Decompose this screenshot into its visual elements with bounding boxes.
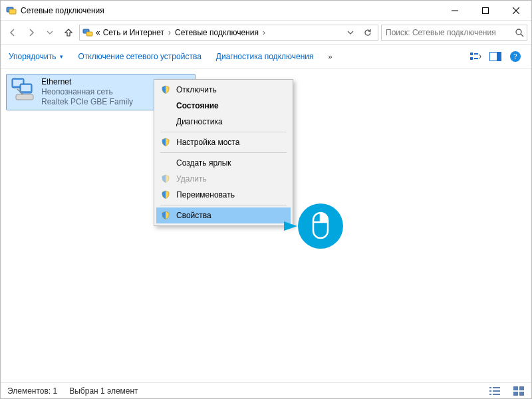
svg-rect-12 xyxy=(474,53,478,55)
svg-rect-7 xyxy=(86,32,92,36)
overflow-button[interactable]: » xyxy=(329,53,332,61)
separator xyxy=(160,205,287,205)
svg-rect-33 xyxy=(493,394,500,395)
preview-pane-button[interactable] xyxy=(487,49,503,65)
ctx-bridge[interactable]: Настройка моста xyxy=(156,134,291,150)
titlebar: Сетевые подключения xyxy=(1,1,531,21)
svg-rect-10 xyxy=(470,53,473,55)
navbar: « Сеть и Интернет › Сетевые подключения … xyxy=(1,21,531,45)
view-options-button[interactable] xyxy=(467,49,483,65)
location-icon xyxy=(82,27,93,38)
svg-rect-11 xyxy=(470,57,473,60)
address-dropdown[interactable] xyxy=(343,25,358,40)
command-bar: Упорядочить Отключение сетевого устройст… xyxy=(1,45,531,68)
svg-text:?: ? xyxy=(513,52,517,61)
svg-rect-35 xyxy=(519,386,524,390)
shield-icon xyxy=(160,174,171,184)
network-adapter-icon xyxy=(11,77,37,101)
adapter-name: Ethernet xyxy=(41,77,133,87)
svg-rect-36 xyxy=(513,392,518,396)
svg-rect-37 xyxy=(519,392,524,396)
status-count: Элементов: 1 xyxy=(7,386,57,396)
status-selection: Выбран 1 элемент xyxy=(69,386,138,396)
chevron-right-icon: › xyxy=(167,28,172,37)
forward-button[interactable] xyxy=(23,25,39,41)
ctx-diagnostics[interactable]: Диагностика xyxy=(156,114,291,130)
app-icon xyxy=(6,5,17,16)
ctx-delete-label: Удалить xyxy=(176,174,207,184)
context-menu: Отключить Состояние Диагностика Настройк… xyxy=(154,79,293,226)
svg-rect-30 xyxy=(489,390,491,392)
close-button[interactable] xyxy=(501,1,531,20)
svg-rect-31 xyxy=(493,390,500,392)
search-box[interactable] xyxy=(381,25,527,41)
separator xyxy=(160,132,287,132)
svg-rect-34 xyxy=(513,386,518,390)
ctx-status[interactable]: Состояние xyxy=(156,98,291,114)
ctx-disable-label: Отключить xyxy=(176,85,217,94)
refresh-button[interactable] xyxy=(360,25,375,40)
svg-rect-22 xyxy=(16,94,33,100)
window-buttons xyxy=(440,1,531,20)
svg-rect-3 xyxy=(483,7,489,13)
adapter-status: Неопознанная сеть xyxy=(41,87,133,97)
minimize-button[interactable] xyxy=(440,1,470,20)
svg-rect-32 xyxy=(489,394,491,395)
ctx-properties[interactable]: Свойства xyxy=(156,207,291,223)
ctx-bridge-label: Настройка моста xyxy=(176,138,239,147)
help-button[interactable]: ? xyxy=(507,49,523,65)
shield-icon xyxy=(160,85,171,94)
recent-dropdown[interactable] xyxy=(42,25,58,41)
svg-line-9 xyxy=(521,34,523,37)
search-input[interactable] xyxy=(384,27,515,38)
ctx-shortcut-label: Создать ярлык xyxy=(176,158,231,168)
ctx-disable[interactable]: Отключить xyxy=(156,82,291,98)
separator xyxy=(160,152,287,153)
svg-rect-13 xyxy=(474,58,478,59)
shield-icon xyxy=(160,138,171,147)
ctx-shortcut[interactable]: Создать ярлык xyxy=(156,155,291,171)
address-bar[interactable]: « Сеть и Интернет › Сетевые подключения … xyxy=(79,25,378,41)
details-view-button[interactable] xyxy=(489,385,501,397)
ctx-diagnostics-label: Диагностика xyxy=(176,117,223,126)
ctx-rename[interactable]: Переименовать xyxy=(156,187,291,203)
adapter-text: Ethernet Неопознанная сеть Realtek PCIe … xyxy=(41,77,133,107)
svg-rect-21 xyxy=(21,85,31,91)
svg-point-8 xyxy=(516,29,521,35)
ctx-rename-label: Переименовать xyxy=(176,190,235,200)
shield-icon xyxy=(160,190,171,200)
search-icon[interactable] xyxy=(515,28,524,37)
ctx-delete[interactable]: Удалить xyxy=(156,171,291,187)
svg-rect-28 xyxy=(489,387,491,388)
ctx-properties-label: Свойства xyxy=(176,211,211,220)
chevron-right-icon: › xyxy=(261,28,267,37)
svg-rect-15 xyxy=(497,52,501,61)
breadcrumb-prefix: « xyxy=(96,28,100,37)
svg-rect-29 xyxy=(493,387,500,388)
diagnose-command[interactable]: Диагностика подключения xyxy=(216,52,314,61)
organize-menu[interactable]: Упорядочить xyxy=(9,52,63,61)
disable-device-command[interactable]: Отключение сетевого устройства xyxy=(78,52,201,61)
svg-rect-1 xyxy=(9,9,16,14)
adapter-device: Realtek PCIe GBE Family xyxy=(41,97,133,107)
ctx-status-label: Состояние xyxy=(176,101,219,110)
breadcrumb-part2[interactable]: Сетевые подключения xyxy=(175,28,259,37)
organize-label: Упорядочить xyxy=(9,52,56,61)
up-button[interactable] xyxy=(61,25,76,41)
back-button[interactable] xyxy=(5,25,21,41)
window-title: Сетевые подключения xyxy=(21,6,440,15)
maximize-button[interactable] xyxy=(470,1,501,20)
status-bar: Элементов: 1 Выбран 1 элемент xyxy=(1,382,531,398)
breadcrumb-part1[interactable]: Сеть и Интернет xyxy=(103,28,164,37)
large-icons-view-button[interactable] xyxy=(513,385,525,397)
shield-icon xyxy=(160,211,171,220)
